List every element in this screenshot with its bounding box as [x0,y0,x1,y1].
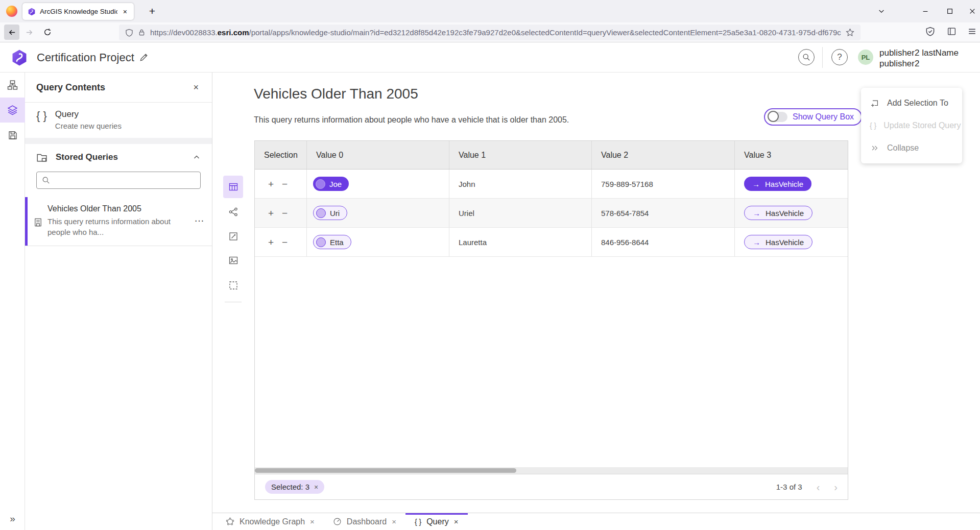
remove-from-selection-button[interactable]: − [282,179,288,189]
link-chart-view-button[interactable] [223,201,243,223]
new-query-item[interactable]: { } Query Create new queries [25,103,212,138]
entity-pill[interactable]: Uri [313,206,347,220]
chevron-up-icon[interactable] [193,153,201,161]
image-view-button[interactable] [223,249,243,272]
stored-queries-header[interactable]: Stored Queries [25,144,212,168]
app-favicon-hexagon-icon [28,8,36,16]
menu-item-update-stored-query: { } Update Stored Query [861,114,962,137]
knowledge-graph-icon [226,517,234,526]
edit-view-button[interactable] [223,225,243,248]
arrow-right-icon: → [752,180,760,188]
menu-item-add-selection-to[interactable]: Add Selection To [861,92,962,114]
relationship-pill[interactable]: → HasVehicle [744,235,812,249]
entity-dot-icon [316,179,325,189]
rail-item-contents[interactable] [0,98,25,123]
clear-selection-icon[interactable]: × [314,483,318,491]
select-tool-button[interactable] [223,274,243,297]
rail-expand-button[interactable]: » [0,512,25,526]
search-icon [42,176,50,184]
menu-item-collapse[interactable]: Collapse [861,137,962,159]
panel-close-icon[interactable]: × [191,81,201,94]
window-close-button[interactable] [962,3,980,20]
relationship-pill[interactable]: → HasVehicle [744,177,811,191]
entity-dot-icon [316,237,326,247]
search-input[interactable] [54,176,195,185]
tab-knowledge-graph[interactable]: Knowledge Graph × [217,513,324,530]
bookmark-star-icon[interactable] [846,28,854,37]
reload-button[interactable] [40,25,55,40]
rail-item-data-model[interactable] [0,73,25,98]
tab-close-icon[interactable]: × [122,7,129,16]
rail-item-save[interactable] [0,123,25,148]
remove-from-selection-button[interactable]: − [282,208,288,218]
url-text: https://dev0028833.esri.com/portal/apps/… [150,28,841,37]
scrollbar-thumb[interactable] [255,468,516,473]
window-maximize-button[interactable] [940,3,960,20]
firefox-icon[interactable] [6,6,17,17]
layers-icon [7,105,18,115]
relationship-pill[interactable]: → HasVehicle [744,206,812,220]
add-to-selection-button[interactable]: + [268,237,274,247]
show-query-box-toggle[interactable]: Show Query Box [764,108,862,126]
user-avatar[interactable]: PL [858,50,873,65]
stored-query-item[interactable]: Vehicles Older Than 2005 This query retu… [25,197,212,246]
next-page-chevron-icon[interactable]: › [834,482,838,492]
lock-icon[interactable] [138,29,146,36]
selection-cell: + − [255,228,306,256]
search-icon [802,53,810,61]
tracking-protection-shield-icon[interactable] [125,29,133,37]
left-rail: » [0,73,25,530]
entity-label: Uri [330,209,340,218]
search-button[interactable] [798,49,815,65]
entity-pill[interactable]: Etta [313,235,351,249]
braces-icon: { } [36,109,47,123]
relationship-label: HasVehicle [765,180,803,188]
toolbar-divider [225,302,242,302]
stored-queries-search[interactable] [36,172,201,189]
list-tabs-chevron-icon[interactable] [871,3,892,20]
query-title-heading: Vehicles Older Than 2005 [254,86,418,102]
results-table: Selection Value 0 Value 1 Value 2 Value … [254,140,848,500]
column-header-value3: Value 3 [734,141,848,169]
edit-title-pencil-icon[interactable] [139,53,149,62]
tab-close-icon[interactable]: × [392,517,396,526]
value1-cell: John [449,170,591,198]
entity-pill[interactable]: Joe [313,177,349,191]
relationship-label: HasVehicle [766,209,804,218]
tab-dashboard[interactable]: Dashboard × [324,513,405,530]
new-tab-button[interactable]: + [145,4,159,18]
bottom-tab-bar: Knowledge Graph × Dashboard × { } Query … [212,513,980,530]
menu-hamburger-icon[interactable] [967,27,977,36]
sidebar-library-icon[interactable] [947,27,957,36]
project-title: Certification Project [37,51,134,64]
table-view-button[interactable] [223,176,243,198]
entity-dot-icon [316,208,326,218]
value2-cell: 578-654-7854 [591,199,734,227]
back-button[interactable] [4,25,19,40]
browser-tab[interactable]: ArcGIS Knowledge Studio × [22,3,134,20]
toggle-label: Show Query Box [793,112,854,122]
browser-nav-bar: https://dev0028833.esri.com/portal/apps/… [0,22,980,42]
panel-section-divider [25,138,212,144]
add-to-selection-button[interactable]: + [268,179,274,189]
forward-button[interactable] [21,25,37,40]
horizontal-scrollbar[interactable] [255,467,848,474]
column-header-selection: Selection [255,141,306,169]
window-minimize-button[interactable] [915,3,936,20]
item-options-ellipsis-icon[interactable]: … [194,212,205,224]
stored-query-document-icon [33,218,43,227]
add-to-selection-button[interactable]: + [268,208,274,218]
permissions-shield-icon[interactable] [925,27,935,36]
add-selection-icon [870,99,880,108]
selected-count-chip: Selected: 3 × [265,480,324,494]
url-bar[interactable]: https://dev0028833.esri.com/portal/apps/… [119,25,861,40]
table-footer: Selected: 3 × 1-3 of 3 ‹ › [255,474,848,499]
data-model-tree-icon [7,80,18,90]
previous-page-chevron-icon[interactable]: ‹ [817,482,820,492]
tab-close-icon[interactable]: × [454,517,459,526]
table-header-row: Selection Value 0 Value 1 Value 2 Value … [255,141,848,170]
tab-query[interactable]: { } Query × [405,513,468,530]
help-button[interactable]: ? [831,49,848,65]
tab-close-icon[interactable]: × [310,517,315,526]
remove-from-selection-button[interactable]: − [282,237,288,247]
